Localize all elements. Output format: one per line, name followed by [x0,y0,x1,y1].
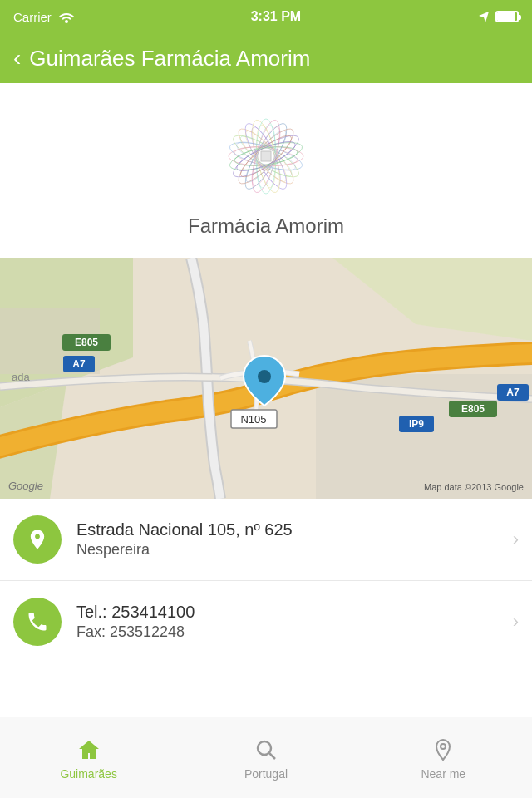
status-bar: Carrier 3:31 PM [0,0,532,33]
home-icon [75,736,103,764]
address-line2: Nespereira [76,541,498,559]
wifi-icon [58,11,75,23]
address-chevron: › [513,529,519,550]
phone-icon [26,610,49,633]
svg-text:ada: ada [12,371,30,383]
search-icon [252,736,280,764]
carrier-label: Carrier [13,10,52,24]
header: ‹ Guimarães Farmácia Amorim [0,33,532,83]
svg-point-48 [258,741,271,755]
phone-icon-circle [13,598,62,646]
tab-guimaraes-label: Guimarães [60,767,116,781]
svg-text:A7: A7 [506,387,520,398]
svg-point-47 [258,370,271,383]
svg-text:E805: E805 [75,337,98,348]
pharmacy-name: Farmácia Amorim [188,214,344,238]
tab-nearme-label: Near me [421,767,466,781]
address-icon-circle [13,515,62,564]
address-line1: Estrada Nacional 105, nº 625 [76,520,498,539]
location-pin-icon [26,528,49,551]
svg-marker-1 [479,12,489,22]
back-button[interactable]: ‹ [13,47,21,70]
tel-line: Tel.: 253414100 [76,603,498,622]
nearme-location-icon [429,736,457,764]
tab-portugal[interactable]: Portugal [177,717,354,798]
svg-point-50 [441,744,446,749]
status-time: 3:31 PM [251,9,301,24]
contact-chevron: › [513,611,519,633]
status-right [477,10,519,23]
map-view: E805 A7 N105 A7 E805 IP9 ada [0,258,532,499]
contact-text: Tel.: 253414100 Fax: 253512248 [76,603,498,641]
location-arrow-icon [477,10,490,23]
svg-text:E805: E805 [461,403,485,415]
google-logo: Google [8,480,43,492]
tab-portugal-label: Portugal [244,767,288,781]
svg-rect-26 [261,151,271,161]
svg-text:N105: N105 [240,413,266,426]
pharmacy-logo [216,106,316,206]
svg-point-0 [65,20,68,23]
address-text: Estrada Nacional 105, nº 625 Nespereira [76,520,498,559]
status-left: Carrier [13,10,75,24]
map-section[interactable]: E805 A7 N105 A7 E805 IP9 ada Google Map … [0,258,532,499]
tab-bar: Guimarães Portugal Near me [0,717,532,798]
battery-icon [495,11,519,22]
tab-guimaraes[interactable]: Guimarães [0,717,177,798]
header-title: Guimarães Farmácia Amorim [29,46,310,71]
svg-text:A7: A7 [72,358,86,370]
contact-row[interactable]: Tel.: 253414100 Fax: 253512248 › [0,581,532,663]
svg-line-49 [269,753,275,759]
tab-nearme[interactable]: Near me [355,717,532,798]
svg-text:IP9: IP9 [409,418,424,430]
map-attribution: Map data ©2013 Google [424,482,524,492]
fax-line: Fax: 253512248 [76,623,498,641]
logo-section: Farmácia Amorim [0,83,532,258]
address-row[interactable]: Estrada Nacional 105, nº 625 Nespereira … [0,499,532,581]
